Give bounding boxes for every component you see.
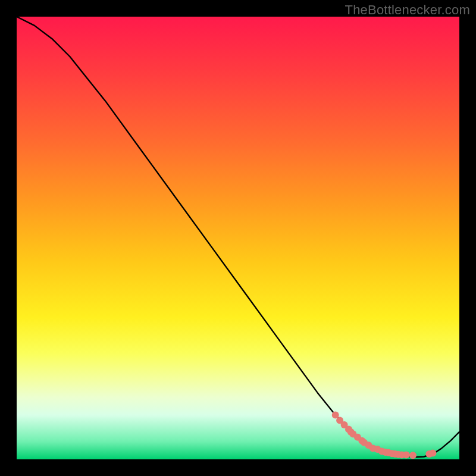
data-point-marker: [429, 450, 436, 457]
data-point-marker: [409, 452, 416, 459]
bottleneck-curve: [17, 17, 459, 457]
curve-layer: [17, 17, 459, 459]
curve-markers: [332, 412, 437, 459]
chart-stage: TheBottlenecker.com: [0, 0, 476, 476]
plot-area: [17, 17, 459, 459]
data-point-marker: [403, 452, 410, 459]
watermark-text: TheBottlenecker.com: [345, 2, 470, 18]
